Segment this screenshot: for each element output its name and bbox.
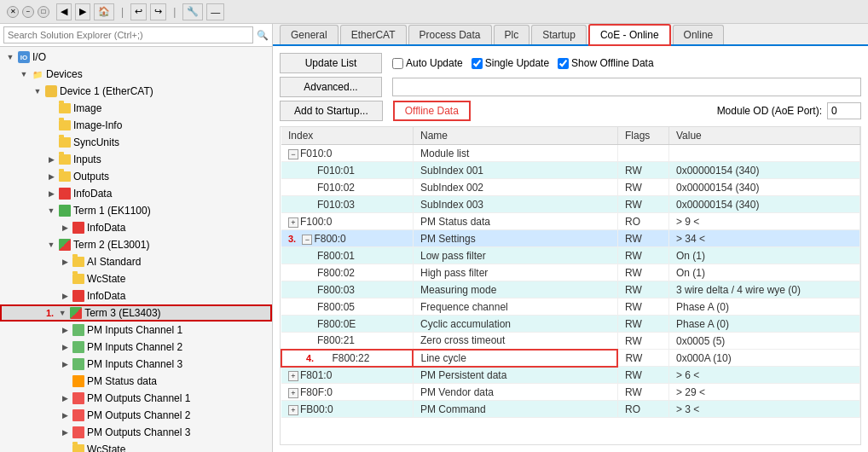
window-controls[interactable]: ✕ − □ bbox=[7, 6, 49, 18]
tree-item-devices[interactable]: 📁 Devices bbox=[0, 66, 272, 83]
minimize-btn[interactable]: − bbox=[22, 6, 34, 18]
table-row[interactable]: F800:05Frequence channelRWPhase A (0) bbox=[281, 298, 860, 316]
tree-item-image[interactable]: Image bbox=[0, 100, 272, 117]
cell-flags: RW bbox=[617, 162, 668, 179]
table-row[interactable]: F800:0ECyclic accumulationRWPhase A (0) bbox=[281, 316, 860, 333]
tree-item-pm-inputs-ch1[interactable]: PM Inputs Channel 1 bbox=[0, 322, 272, 339]
cell-name: Cyclic accumulation bbox=[413, 316, 617, 333]
tab-online[interactable]: Online bbox=[673, 25, 725, 44]
tab-process-data[interactable]: Process Data bbox=[408, 25, 492, 44]
tree-item-infodata[interactable]: InfoData bbox=[0, 185, 272, 202]
maximize-btn[interactable]: □ bbox=[38, 6, 49, 18]
tab-general[interactable]: General bbox=[280, 25, 339, 44]
tree-item-pm-outputs-ch3[interactable]: PM Outputs Channel 3 bbox=[0, 424, 272, 441]
table-row[interactable]: F010:02SubIndex 002RW0x00000154 (340) bbox=[281, 179, 860, 196]
inputs-icon bbox=[58, 153, 72, 166]
tab-startup[interactable]: Startup bbox=[531, 25, 587, 44]
table-row[interactable]: F010:01SubIndex 001RW0x00000154 (340) bbox=[281, 162, 860, 179]
tree-item-term2[interactable]: Term 2 (EL3001) bbox=[0, 236, 272, 253]
show-offline-checkbox[interactable] bbox=[558, 58, 569, 69]
cell-flags: RW bbox=[617, 281, 668, 298]
row-annotation: 4. bbox=[306, 353, 314, 363]
table-row[interactable]: +FB00:0PM CommandRO> 3 < bbox=[281, 401, 860, 418]
cell-index: F800:05 bbox=[281, 298, 413, 316]
table-row[interactable]: F800:01Low pass filterRWOn (1) bbox=[281, 247, 860, 264]
redo-btn[interactable]: ↪ bbox=[150, 3, 166, 20]
tree-item-ai-standard[interactable]: AI Standard bbox=[0, 253, 272, 270]
tree-item-pm-inputs-ch2[interactable]: PM Inputs Channel 2 bbox=[0, 339, 272, 356]
col-name: Name bbox=[413, 127, 617, 145]
tree-item-term1[interactable]: Term 1 (EK1100) bbox=[0, 202, 272, 219]
tree-item-io[interactable]: IO I/O bbox=[0, 49, 272, 66]
table-row[interactable]: 3. −F800:0PM SettingsRW> 34 < bbox=[281, 230, 860, 247]
table-row[interactable]: +F80F:0PM Vendor dataRW> 29 < bbox=[281, 384, 860, 401]
module-od-input[interactable] bbox=[827, 102, 861, 119]
collapse-btn[interactable]: − bbox=[288, 149, 298, 159]
tab-coe-online[interactable]: CoE - Online bbox=[588, 24, 671, 46]
tree-item-pm-inputs-ch3[interactable]: PM Inputs Channel 3 bbox=[0, 356, 272, 373]
home-btn[interactable]: 🏠 bbox=[94, 3, 114, 20]
tab-plc[interactable]: Plc bbox=[494, 25, 530, 44]
cell-flags: RW bbox=[617, 230, 668, 247]
tree-item-wcstate[interactable]: WcState bbox=[0, 270, 272, 287]
back-btn[interactable]: ◀ bbox=[56, 3, 72, 20]
tree-arrow-pm-outputs-ch2 bbox=[58, 409, 72, 422]
cell-name: PM Status data bbox=[413, 213, 617, 230]
cell-index: F800:21 bbox=[281, 333, 413, 350]
table-row[interactable]: F800:03Measuring modeRW3 wire delta / 4 … bbox=[281, 281, 860, 298]
table-row[interactable]: +F100:0PM Status dataRO> 9 < bbox=[281, 213, 860, 230]
search-input[interactable] bbox=[3, 26, 253, 43]
add-to-startup-button[interactable]: Add to Startup... bbox=[280, 101, 383, 121]
expand-btn[interactable]: + bbox=[288, 388, 298, 398]
tree-item-pm-status[interactable]: PM Status data bbox=[0, 373, 272, 390]
col-value: Value bbox=[668, 127, 859, 145]
syncunits-icon bbox=[58, 136, 72, 149]
col-index: Index bbox=[281, 127, 413, 145]
table-row[interactable]: 4. F800:22Line cycleRW0x000A (10) bbox=[281, 350, 860, 367]
auto-update-checkbox[interactable] bbox=[392, 58, 403, 69]
tree-item-term3[interactable]: 1. Term 3 (EL3403) bbox=[0, 304, 272, 322]
cell-index: F800:01 bbox=[281, 247, 413, 264]
table-row[interactable]: F010:03SubIndex 003RW0x00000154 (340) bbox=[281, 196, 860, 213]
tree-item-inputs[interactable]: Inputs bbox=[0, 151, 272, 168]
tree-item-wcstate2[interactable]: WcState bbox=[0, 441, 272, 452]
collapse-btn[interactable]: − bbox=[302, 235, 312, 245]
offline-data-button[interactable]: Offline Data bbox=[393, 101, 471, 121]
table-row[interactable]: F800:02High pass filterRWOn (1) bbox=[281, 264, 860, 281]
term1-label: Term 1 (EK1100) bbox=[73, 205, 151, 217]
expand-btn[interactable]: + bbox=[288, 217, 298, 228]
table-row[interactable]: +F801:0PM Persistent dataRW> 6 < bbox=[281, 367, 860, 384]
tree-item-image-info[interactable]: Image-Info bbox=[0, 117, 272, 134]
undo-btn[interactable]: ↩ bbox=[130, 3, 147, 20]
expand-btn[interactable]: + bbox=[288, 371, 298, 381]
single-update-checkbox[interactable] bbox=[472, 58, 483, 69]
tree-item-pm-outputs-ch1[interactable]: PM Outputs Channel 1 bbox=[0, 390, 272, 407]
auto-update-checkbox-label: Auto Update bbox=[392, 57, 463, 69]
tree-item-device1[interactable]: Device 1 (EtherCAT) bbox=[0, 83, 272, 100]
tree-item-pm-outputs-ch2[interactable]: PM Outputs Channel 2 bbox=[0, 407, 272, 424]
cell-index: +FB00:0 bbox=[281, 401, 413, 418]
advanced-button[interactable]: Advanced... bbox=[280, 77, 382, 97]
tree-item-infodata2[interactable]: InfoData bbox=[0, 219, 272, 236]
pm-status-icon bbox=[72, 374, 85, 388]
cell-flags: RW bbox=[617, 179, 668, 196]
index-value: FB00:0 bbox=[300, 403, 333, 415]
tree-item-infodata3[interactable]: InfoData bbox=[0, 287, 272, 304]
table-row[interactable]: F800:21Zero cross timeoutRW0x0005 (5) bbox=[281, 333, 860, 350]
minimize-win-btn[interactable]: — bbox=[206, 3, 224, 20]
table-row[interactable]: −F010:0Module list bbox=[281, 145, 860, 162]
forward-btn[interactable]: ▶ bbox=[75, 3, 90, 20]
tab-ethercat[interactable]: EtherCAT bbox=[340, 25, 407, 44]
tools-btn[interactable]: 🔧 bbox=[182, 3, 203, 20]
text-input[interactable] bbox=[392, 78, 861, 96]
index-value: F800:02 bbox=[317, 267, 355, 279]
cell-index: +F80F:0 bbox=[281, 384, 413, 401]
tree-item-syncunits[interactable]: SyncUnits bbox=[0, 134, 272, 151]
update-list-button[interactable]: Update List bbox=[280, 53, 382, 73]
expand-btn[interactable]: + bbox=[288, 405, 298, 415]
close-btn[interactable]: ✕ bbox=[7, 6, 19, 18]
tree-item-outputs[interactable]: Outputs bbox=[0, 168, 272, 185]
cell-name: Low pass filter bbox=[413, 247, 617, 264]
tab-bar: General EtherCAT Process Data Plc Startu… bbox=[273, 24, 868, 46]
cell-flags: RW bbox=[617, 367, 668, 384]
